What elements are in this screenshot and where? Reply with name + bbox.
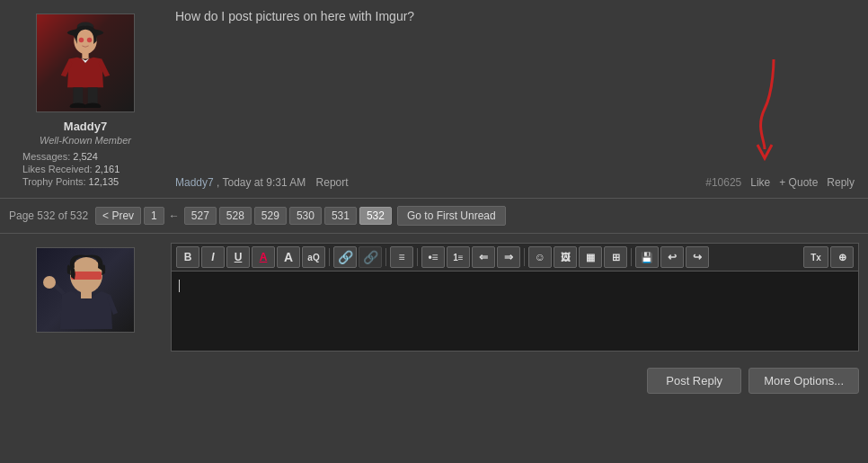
arrow-back: ← xyxy=(169,209,180,222)
svg-point-10 xyxy=(84,103,101,108)
table-button[interactable]: ⊞ xyxy=(604,246,627,268)
svg-point-4 xyxy=(79,38,84,42)
reply-buttons-area: Post Reply More Options... xyxy=(0,361,868,401)
messages-value: 2,524 xyxy=(73,151,98,162)
bullet-list-button[interactable]: •≡ xyxy=(421,246,445,268)
align-button[interactable]: ≡ xyxy=(390,246,413,268)
post-title: How do I post pictures on here with Imgu… xyxy=(175,9,855,28)
svg-point-9 xyxy=(70,103,86,108)
svg-rect-8 xyxy=(88,87,98,105)
page-1-button[interactable]: 1 xyxy=(144,207,164,225)
svg-rect-7 xyxy=(73,87,83,105)
editor-cursor xyxy=(179,280,180,292)
unlink-button[interactable]: 🔗 xyxy=(359,246,382,268)
font-size-button[interactable]: A xyxy=(277,246,300,268)
user-avatar xyxy=(37,14,134,111)
page-532-button[interactable]: 532 xyxy=(359,207,392,225)
trophy-label: Trophy Points: xyxy=(22,176,86,187)
go-to-first-unread-button[interactable]: Go to First Unread xyxy=(397,206,506,226)
post-meta: Maddy7 , Today at 9:31 AM Report #10625 … xyxy=(175,104,855,189)
reply-avatar-container xyxy=(36,247,135,333)
pagination-bar: Page 532 of 532 < Prev 1 ← 527 528 529 5… xyxy=(0,199,868,234)
quote-button[interactable]: + Quote xyxy=(779,176,818,189)
page-info: Page 532 of 532 xyxy=(9,209,88,222)
svg-point-13 xyxy=(43,276,56,289)
post-meta-right: #10625 Like + Quote Reply xyxy=(705,176,855,189)
prev-page-button[interactable]: < Prev xyxy=(95,207,141,225)
emoji-button[interactable]: ☺ xyxy=(528,246,552,268)
user-stats: Messages: 2,524 Likes Received: 2,161 Tr… xyxy=(22,151,148,189)
editor-toolbar: B I U A A aQ 🔗 🔗 ≡ •≡ 1≡ ⇐ ⇒ ☺ 🖼 ▦ ⊞ 💾 ↩… xyxy=(171,243,859,271)
svg-rect-14 xyxy=(81,291,92,298)
reply-editor-container: B I U A A aQ 🔗 🔗 ≡ •≡ 1≡ ⇐ ⇒ ☺ 🖼 ▦ ⊞ 💾 ↩… xyxy=(162,243,859,352)
source-button[interactable]: ⊕ xyxy=(830,246,854,268)
post-meta-left: Maddy7 , Today at 9:31 AM Report xyxy=(175,176,349,189)
toolbar-right: Tx ⊕ xyxy=(803,246,854,268)
svg-rect-12 xyxy=(71,272,102,280)
link-button[interactable]: 🔗 xyxy=(333,246,357,268)
editor-body[interactable] xyxy=(171,271,859,352)
user-avatar-container xyxy=(36,13,135,112)
redo-button[interactable]: ↪ xyxy=(686,246,709,268)
report-link[interactable]: Report xyxy=(316,176,349,189)
post-container: Maddy7 Well-Known Member Messages: 2,524… xyxy=(0,0,868,199)
undo-button[interactable]: ↩ xyxy=(660,246,684,268)
image-button[interactable]: 🖼 xyxy=(554,246,577,268)
save-button[interactable]: 💾 xyxy=(635,246,659,268)
post-separator: , xyxy=(217,176,219,189)
more-options-button[interactable]: More Options... xyxy=(748,368,859,394)
indent-right-button[interactable]: ⇒ xyxy=(497,246,520,268)
reply-area: B I U A A aQ 🔗 🔗 ≡ •≡ 1≡ ⇐ ⇒ ☺ 🖼 ▦ ⊞ 💾 ↩… xyxy=(0,234,868,361)
post-content-area: How do I post pictures on here with Imgu… xyxy=(162,9,859,189)
page-531-button[interactable]: 531 xyxy=(324,207,357,225)
user-title: Well-Known Member xyxy=(40,135,131,146)
likes-label: Likes Received: xyxy=(22,164,93,174)
likes-value: 2,161 xyxy=(95,164,120,174)
toolbar-sep-3 xyxy=(417,248,418,266)
numbered-list-button[interactable]: 1≡ xyxy=(447,246,470,268)
like-button[interactable]: Like xyxy=(750,176,770,189)
svg-rect-6 xyxy=(82,52,88,58)
svg-point-5 xyxy=(87,38,92,42)
page-528-button[interactable]: 528 xyxy=(219,207,252,225)
page-527-button[interactable]: 527 xyxy=(184,207,217,225)
indent-left-button[interactable]: ⇐ xyxy=(472,246,495,268)
page-529-button[interactable]: 529 xyxy=(254,207,287,225)
trophy-value: 12,135 xyxy=(89,176,120,187)
messages-label: Messages: xyxy=(22,151,70,162)
toolbar-sep-1 xyxy=(329,248,330,266)
font-color-button[interactable]: A xyxy=(252,246,275,268)
toolbar-sep-2 xyxy=(385,248,386,266)
post-author-link[interactable]: Maddy7 xyxy=(175,176,214,189)
italic-button[interactable]: I xyxy=(201,246,225,268)
reply-button[interactable]: Reply xyxy=(827,176,855,189)
toolbar-sep-5 xyxy=(631,248,632,266)
post-username[interactable]: Maddy7 xyxy=(64,120,107,133)
user-sidebar: Maddy7 Well-Known Member Messages: 2,524… xyxy=(9,9,162,189)
post-reply-button[interactable]: Post Reply xyxy=(647,368,741,394)
clear-format-button[interactable]: Tx xyxy=(803,246,828,268)
reply-user-sidebar xyxy=(9,243,162,352)
bold-button[interactable]: B xyxy=(176,246,199,268)
post-timestamp: Today at 9:31 AM xyxy=(223,176,306,189)
underline-button[interactable]: U xyxy=(226,246,250,268)
reply-avatar xyxy=(37,248,134,332)
toolbar-sep-4 xyxy=(524,248,525,266)
media-button[interactable]: ▦ xyxy=(579,246,602,268)
post-number: #10625 xyxy=(705,176,741,189)
font-family-button[interactable]: aQ xyxy=(302,246,325,268)
page-530-button[interactable]: 530 xyxy=(289,207,322,225)
